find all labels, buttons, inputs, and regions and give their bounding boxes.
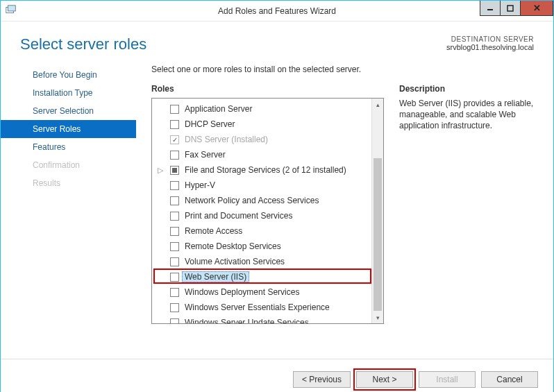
wizard-window: Add Roles and Features Wizard ✕ Select s… — [0, 0, 554, 392]
roles-label: Roles — [151, 84, 384, 94]
role-row[interactable]: DNS Server (Installed) — [153, 132, 370, 147]
checkbox[interactable] — [170, 318, 179, 324]
checkbox[interactable] — [170, 151, 179, 160]
previous-button[interactable]: < Previous — [293, 371, 351, 388]
footer: < Previous Next > Install Cancel — [1, 359, 553, 392]
role-label: Web Server (IIS) — [182, 271, 249, 282]
next-button[interactable]: Next > — [356, 371, 413, 388]
role-row[interactable]: DHCP Server — [153, 117, 370, 132]
destination-label: DESTINATION SERVER — [446, 35, 534, 43]
nav-item-features[interactable]: Features — [1, 138, 136, 156]
role-row[interactable]: Application Server — [153, 101, 370, 117]
role-row[interactable]: Hyper-V — [153, 178, 370, 193]
checkbox[interactable] — [170, 303, 179, 312]
checkbox[interactable] — [170, 273, 179, 282]
scrollbar[interactable]: ▴ ▾ — [371, 99, 383, 323]
role-label: Windows Server Essentials Experience — [185, 302, 330, 312]
role-row[interactable]: Remote Access — [153, 223, 370, 239]
role-label: DHCP Server — [185, 119, 235, 129]
description-text: Web Server (IIS) provides a reliable, ma… — [399, 98, 535, 132]
nav-item-before-you-begin[interactable]: Before You Begin — [1, 66, 136, 84]
role-label: DNS Server (Installed) — [185, 135, 268, 144]
role-row[interactable]: Windows Server Update Services — [153, 315, 370, 323]
checkbox[interactable] — [170, 196, 179, 205]
role-label: Volume Activation Services — [185, 257, 285, 266]
checkbox[interactable] — [170, 181, 179, 190]
cancel-button[interactable]: Cancel — [481, 371, 538, 388]
window-title: Add Roles and Features Wizard — [218, 6, 336, 16]
role-label: Windows Deployment Services — [185, 287, 299, 297]
checkbox[interactable] — [170, 257, 179, 266]
checkbox[interactable] — [170, 288, 179, 297]
expand-icon[interactable]: ▷ — [158, 166, 163, 175]
checkbox[interactable] — [170, 166, 179, 175]
app-icon — [5, 4, 19, 18]
destination-server: DESTINATION SERVER srvblog01.thesolving.… — [446, 35, 534, 51]
role-row[interactable]: Volume Activation Services — [153, 254, 370, 269]
nav-item-confirmation: Confirmation — [1, 156, 136, 174]
role-row[interactable]: Print and Document Services — [153, 208, 370, 223]
role-row[interactable]: Web Server (IIS) — [153, 269, 370, 284]
description-label: Description — [399, 84, 535, 94]
titlebar: Add Roles and Features Wizard ✕ — [1, 1, 553, 22]
nav-item-installation-type[interactable]: Installation Type — [1, 84, 136, 102]
header: Select server roles DESTINATION SERVER s… — [1, 22, 553, 59]
role-label: Print and Document Services — [185, 211, 292, 221]
close-button[interactable]: ✕ — [520, 1, 553, 16]
scroll-thumb[interactable] — [373, 158, 382, 311]
role-row[interactable]: Remote Desktop Services — [153, 239, 370, 254]
role-row[interactable]: ▷File and Storage Services (2 of 12 inst… — [153, 162, 370, 178]
nav-item-server-selection[interactable]: Server Selection — [1, 102, 136, 120]
role-row[interactable]: Fax Server — [153, 147, 370, 162]
role-label: Fax Server — [185, 150, 226, 160]
role-row[interactable]: Network Policy and Access Services — [153, 193, 370, 208]
role-label: Application Server — [185, 104, 252, 114]
nav-item-results: Results — [1, 174, 136, 192]
role-label: Network Policy and Access Services — [185, 196, 319, 205]
svg-rect-3 — [507, 6, 513, 11]
role-label: Remote Access — [185, 226, 242, 236]
nav-sidebar: Before You BeginInstallation TypeServer … — [1, 59, 136, 359]
checkbox[interactable] — [170, 212, 179, 221]
checkbox[interactable] — [170, 105, 179, 114]
install-button: Install — [419, 371, 476, 388]
minimize-button[interactable] — [480, 1, 501, 16]
roles-listbox[interactable]: Application ServerDHCP ServerDNS Server … — [151, 98, 384, 324]
destination-value: srvblog01.thesolving.local — [446, 43, 534, 51]
role-label: File and Storage Services (2 of 12 insta… — [185, 165, 346, 175]
instruction-text: Select one or more roles to install on t… — [151, 65, 535, 74]
role-label: Windows Server Update Services — [185, 318, 309, 323]
checkbox[interactable] — [170, 120, 179, 129]
checkbox[interactable] — [170, 227, 179, 236]
nav-item-server-roles[interactable]: Server Roles — [1, 120, 136, 138]
scroll-down-button[interactable]: ▾ — [372, 312, 383, 323]
scroll-up-button[interactable]: ▴ — [372, 99, 383, 110]
checkbox — [170, 135, 179, 144]
role-row[interactable]: Windows Deployment Services — [153, 284, 370, 300]
svg-rect-1 — [8, 5, 16, 10]
role-label: Hyper-V — [185, 180, 215, 190]
role-label: Remote Desktop Services — [185, 241, 281, 251]
role-row[interactable]: Windows Server Essentials Experience — [153, 300, 370, 315]
window-controls: ✕ — [480, 1, 553, 16]
checkbox[interactable] — [170, 242, 179, 251]
maximize-button[interactable] — [500, 1, 521, 16]
page-heading: Select server roles — [20, 35, 146, 53]
